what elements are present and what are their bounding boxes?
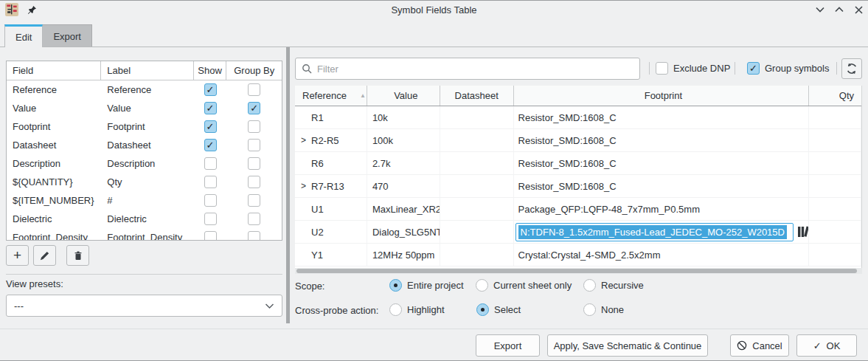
column-header-value[interactable]: Value	[367, 86, 440, 106]
ok-button[interactable]: ✓ OK	[796, 334, 857, 357]
symbol-row[interactable]: R1 10k Resistor_SMD:1608_C	[295, 106, 861, 129]
cross-probe-select[interactable]: Select	[476, 303, 521, 316]
field-row[interactable]: Datasheet Datasheet	[7, 136, 282, 154]
footprint-cell[interactable]: Resistor_SMD:1608_C	[514, 175, 809, 197]
export-button[interactable]: Export	[476, 334, 540, 357]
field-label-cell[interactable]: Footprint	[101, 117, 193, 136]
footprint-cell[interactable]: Resistor_SMD:1608_C	[514, 152, 809, 174]
value-cell[interactable]: 2.7k	[367, 152, 440, 174]
footprint-cell[interactable]: Resistor_SMD:1608_C	[514, 106, 809, 128]
field-label-cell[interactable]: Reference	[101, 80, 193, 99]
datasheet-cell[interactable]	[440, 129, 514, 151]
show-checkbox[interactable]	[204, 157, 217, 170]
field-name-cell[interactable]: Footprint_Density	[7, 228, 101, 241]
field-name-cell[interactable]: Value	[7, 99, 101, 117]
value-cell[interactable]: 10k	[367, 106, 440, 128]
symbol-row-editing[interactable]: U2 Dialog_SLG5NT N:TDFN-8_1.5x2mm_Fused-…	[295, 221, 861, 244]
minimize-button[interactable]	[815, 4, 825, 15]
refresh-button[interactable]	[841, 58, 862, 79]
reference-cell[interactable]: U2	[311, 227, 324, 238]
browse-library-icon[interactable]	[797, 225, 809, 238]
field-label-cell[interactable]: Value	[101, 99, 193, 117]
field-label-cell[interactable]: #	[101, 191, 193, 210]
group-by-checkbox[interactable]	[248, 157, 260, 170]
group-by-checkbox[interactable]	[248, 176, 260, 188]
scope-entire-project[interactable]: Entire project	[389, 279, 464, 292]
exclude-dnp-option[interactable]: Exclude DNP	[656, 62, 730, 75]
reference-cell[interactable]: R2-R5	[311, 135, 339, 146]
radio-button[interactable]	[389, 303, 402, 316]
exclude-dnp-checkbox[interactable]	[656, 62, 668, 75]
radio-button[interactable]	[476, 303, 489, 316]
field-name-cell[interactable]: Dielectric	[7, 210, 101, 228]
column-header-datasheet[interactable]: Datasheet	[440, 86, 514, 106]
datasheet-cell[interactable]	[440, 106, 514, 128]
reference-cell[interactable]: Y1	[311, 250, 323, 261]
reference-cell[interactable]: U1	[311, 204, 324, 215]
tab-edit[interactable]: Edit	[4, 24, 43, 47]
field-row[interactable]: Footprint_Density Footprint_Density	[7, 228, 282, 241]
field-row[interactable]: Dielectric Dielectric	[7, 210, 282, 228]
symbol-row[interactable]: Y1 12MHz 50ppm Crystal:Crystal_4-SMD_2.5…	[295, 244, 861, 267]
reference-cell[interactable]: R1	[311, 112, 324, 123]
show-checkbox[interactable]	[204, 83, 217, 96]
cross-probe-highlight[interactable]: Highlight	[389, 303, 445, 316]
symbol-row[interactable]: U1 MaxLinear_XR2 Package_QFP:LQFP-48_7x7…	[295, 198, 861, 221]
close-button[interactable]	[853, 4, 864, 15]
group-symbols-checkbox[interactable]	[747, 62, 760, 75]
show-checkbox[interactable]	[204, 176, 217, 188]
maximize-button[interactable]	[834, 4, 844, 15]
field-name-cell[interactable]: Datasheet	[7, 136, 101, 154]
tab-export[interactable]: Export	[43, 24, 92, 47]
footprint-cell[interactable]: Resistor_SMD:1608_C	[514, 129, 809, 151]
group-expander-icon[interactable]: >	[301, 135, 311, 145]
footprint-cell-editing[interactable]: N:TDFN-8_1.5x2mm_Fused-Lead_JEDEC_MO-252…	[514, 221, 809, 243]
field-label-cell[interactable]: Dielectric	[101, 210, 193, 228]
datasheet-cell[interactable]	[440, 175, 514, 197]
field-row[interactable]: Footprint Footprint	[7, 117, 282, 136]
group-expander-icon[interactable]: >	[301, 181, 311, 191]
symbol-row[interactable]: >R2-R5 100k Resistor_SMD:1608_C	[295, 129, 861, 152]
show-checkbox[interactable]	[204, 231, 217, 241]
column-header-reference[interactable]: Reference ▲	[295, 86, 367, 106]
reference-cell[interactable]: R7-R13	[311, 181, 344, 192]
radio-button[interactable]	[476, 279, 488, 292]
filter-input[interactable]	[317, 63, 633, 75]
field-label-cell[interactable]: Qty	[101, 173, 193, 191]
field-name-cell[interactable]: ${QUANTITY}	[7, 173, 101, 191]
field-label-cell[interactable]: Footprint_Density	[101, 228, 193, 241]
field-row[interactable]: ${ITEM_NUMBER} #	[7, 191, 282, 210]
radio-button[interactable]	[389, 279, 402, 292]
show-checkbox[interactable]	[204, 139, 217, 151]
filter-field[interactable]	[295, 58, 640, 80]
group-symbols-option[interactable]: Group symbols	[747, 62, 829, 75]
show-checkbox[interactable]	[204, 194, 217, 207]
show-checkbox[interactable]	[204, 120, 217, 133]
group-by-checkbox[interactable]	[248, 213, 260, 225]
cancel-button[interactable]: Cancel	[730, 334, 789, 357]
field-row[interactable]: ${QUANTITY} Qty	[7, 173, 282, 191]
datasheet-cell[interactable]	[440, 198, 514, 220]
field-name-cell[interactable]: Reference	[7, 80, 101, 99]
value-cell[interactable]: MaxLinear_XR2	[367, 198, 440, 220]
footprint-cell[interactable]: Crystal:Crystal_4-SMD_2.5x2mm	[514, 244, 809, 266]
footprint-cell[interactable]: Package_QFP:LQFP-48_7x7mm_P0.5mm	[514, 198, 809, 220]
field-name-cell[interactable]: Description	[7, 154, 101, 173]
show-checkbox[interactable]	[204, 213, 217, 225]
panel-splitter[interactable]	[286, 47, 290, 323]
symbol-row[interactable]: >R7-R13 470 Resistor_SMD:1608_C	[295, 175, 861, 198]
field-label-cell[interactable]: Datasheet	[101, 136, 193, 154]
group-by-checkbox[interactable]	[248, 83, 260, 96]
value-cell[interactable]: Dialog_SLG5NT	[367, 221, 440, 243]
footprint-edit-field[interactable]: N:TDFN-8_1.5x2mm_Fused-Lead_JEDEC_MO-252…	[515, 223, 794, 241]
scrollbar-thumb[interactable]	[296, 269, 857, 273]
column-header-footprint[interactable]: Footprint	[514, 86, 809, 106]
field-row[interactable]: Description Description	[7, 154, 282, 173]
datasheet-cell[interactable]	[440, 221, 514, 243]
delete-field-button[interactable]	[66, 245, 89, 266]
value-cell[interactable]: 100k	[367, 129, 440, 151]
group-by-checkbox[interactable]	[248, 194, 260, 207]
value-cell[interactable]: 12MHz 50ppm	[367, 244, 440, 266]
column-header-qty[interactable]: Qty	[809, 86, 861, 106]
cross-probe-none[interactable]: None	[583, 303, 624, 316]
